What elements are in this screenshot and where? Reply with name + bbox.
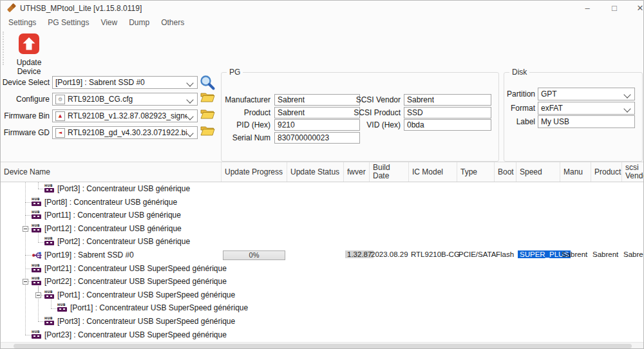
app-window: UTHSB_MPtool_Lite [v1.15.8.0119] – □ ✕ S… <box>0 0 644 349</box>
input-value: 9210 <box>278 120 295 129</box>
hub-icon-bar <box>32 228 41 232</box>
tree-item-label: [Port1] : Concentrateur USB SuperSpeed g… <box>70 303 248 312</box>
cell-fwver: 1.32.87 <box>345 250 374 258</box>
update-device-icon <box>18 48 40 57</box>
hub-icon-text: HUB <box>44 317 55 320</box>
combo-firmware-gd[interactable]: ◄RTL9210B_gd_v4.30.23.071922.bin <box>52 126 198 139</box>
maximize-button[interactable]: □ <box>605 1 624 16</box>
tree-row[interactable]: HUB[Port11] : Concentrateur USB génériqu… <box>1 209 644 222</box>
chevron-down-icon <box>186 129 193 137</box>
tree-row[interactable]: HUB[Port23] : Concentrateur USB SuperSpe… <box>1 328 644 342</box>
hub-icon-bar <box>32 214 41 219</box>
scrollbar-thumb[interactable] <box>14 344 632 348</box>
close-button[interactable]: ✕ <box>630 1 644 16</box>
menu-item-dump[interactable]: Dump <box>123 18 155 27</box>
combo-value: RTL9210B_CG.cfg <box>68 95 133 104</box>
tree-row[interactable]: HUB[Port3] : Concentrateur USB générique <box>1 182 644 196</box>
column-header-speed[interactable]: Speed <box>516 162 560 182</box>
column-header-manu[interactable]: Manu <box>560 162 591 182</box>
hub-icon-bar <box>32 202 41 206</box>
hub-icon-bar <box>44 241 54 245</box>
column-header-product[interactable]: Product <box>591 162 622 182</box>
pg-label-0: Manufacturer <box>222 95 270 104</box>
menu-item-others[interactable]: Others <box>155 18 190 27</box>
menu-item-pg-settings[interactable]: PG Settings <box>42 18 95 27</box>
tree-row[interactable]: HUB[Port12] : Concentrateur USB génériqu… <box>1 222 644 236</box>
menu-bar: SettingsPG SettingsViewDumpOthers <box>1 16 644 29</box>
tree-item-label: [Port3] : Concentrateur USB générique <box>57 184 190 193</box>
combo-device-select[interactable]: [Port19] : Sabrent SSD #0 <box>52 76 198 89</box>
tree-row[interactable]: [Port19] : Sabrent SSD #00%1.32.872023.0… <box>1 249 644 262</box>
tree-item-label: [Port1] : Concentrateur USB SuperSpeed g… <box>57 290 235 299</box>
tree-expander-collapse[interactable] <box>35 292 41 298</box>
pg-input-scsi-product[interactable]: SSD <box>404 107 491 118</box>
minimize-button[interactable]: – <box>578 1 597 16</box>
update-device-button[interactable]: Update Device <box>5 33 53 76</box>
cfg-file-icon: ⚙ <box>55 95 65 104</box>
horizontal-scrollbar[interactable] <box>1 342 644 349</box>
cell-manu: Sabrent <box>562 250 587 258</box>
column-header-device-name[interactable]: Device Name <box>1 162 222 182</box>
tree-row[interactable]: HUB[Port1] : Concentrateur USB SuperSpee… <box>1 288 644 302</box>
hub-icon-bar <box>44 321 54 325</box>
disk-partition-combo[interactable]: GPT <box>538 88 635 100</box>
column-header-scsi-vendor[interactable]: scsi Vendor <box>622 162 644 182</box>
open-folder-button[interactable] <box>200 91 215 105</box>
open-folder-button[interactable] <box>200 124 215 138</box>
disk-label-input[interactable]: My USB <box>538 115 635 128</box>
disk-group-title: Disk <box>509 68 529 77</box>
bin-file-icon: ▲ <box>55 111 65 121</box>
combo-configure[interactable]: ⚙RTL9210B_CG.cfg <box>52 93 198 106</box>
input-value: Sabrent <box>407 95 434 104</box>
pg-input-serial-num[interactable]: 830700000023 <box>274 132 360 144</box>
menu-item-settings[interactable]: Settings <box>3 18 42 27</box>
tree-expander-collapse[interactable] <box>23 279 28 285</box>
tree-row[interactable]: HUB[Port21] : Concentrateur USB SuperSpe… <box>1 262 644 276</box>
pg-input-manufacturer[interactable]: Sabrent <box>274 94 360 106</box>
form-label-1: Configure <box>1 95 50 104</box>
pg-label-r-1: SCSI Product <box>349 108 401 117</box>
pg-input-vid-hex-[interactable]: 0bda <box>404 119 491 131</box>
hub-icon-bar <box>32 334 41 339</box>
hub-icon-text: HUB <box>57 303 68 307</box>
cell-build-date: 2023.08.29 <box>371 250 408 258</box>
menu-item-view[interactable]: View <box>95 18 123 27</box>
pg-label-r-2: VID (Hex) <box>349 120 401 129</box>
usb-hub-icon: HUB <box>32 277 42 286</box>
form-label-3: Firmware GD <box>1 128 50 137</box>
disk-format-combo[interactable]: exFAT <box>538 102 635 115</box>
tree-connector-line <box>38 321 44 322</box>
column-header-boot[interactable]: Boot <box>495 162 516 182</box>
column-header-update-progress[interactable]: Update Progress <box>222 162 287 182</box>
pg-input-pid-hex-[interactable]: 9210 <box>274 119 360 131</box>
tree-row[interactable]: HUB[Port2] : Concentrateur USB générique <box>1 235 644 249</box>
tree-row[interactable]: HUB[Port1] : Concentrateur USB SuperSpee… <box>1 301 644 315</box>
tree-row[interactable]: HUB[Port3] : Concentrateur USB SuperSpee… <box>1 315 644 328</box>
tree-row[interactable]: HUB[Port8] : Concentrateur USB générique <box>1 196 644 209</box>
hub-icon-text: HUB <box>32 198 42 201</box>
pg-label-3: Serial Num <box>222 133 270 142</box>
tree-row[interactable]: HUB[Port22] : Concentrateur USB SuperSpe… <box>1 275 644 288</box>
tree-expander-collapse[interactable] <box>23 226 28 232</box>
tree-connector-line <box>38 242 44 243</box>
pg-groupbox: PG ManufacturerSabrentProductSabrentPID … <box>221 72 499 162</box>
column-header-build-date[interactable]: Build Date <box>370 162 409 182</box>
disk-label-2: Label <box>504 117 535 126</box>
column-header-ic-model[interactable]: IC Model <box>409 162 457 182</box>
tree-connector-line <box>25 255 32 256</box>
usb-hub-icon: HUB <box>57 303 68 312</box>
column-header-type[interactable]: Type <box>457 162 495 182</box>
chevron-down-icon <box>623 91 630 98</box>
search-icon[interactable] <box>199 74 216 93</box>
column-header-update-status[interactable]: Update Status <box>287 162 344 182</box>
pg-input-product[interactable]: Sabrent <box>274 107 360 118</box>
input-value: SSD <box>407 108 423 117</box>
cell-boot: Flash <box>496 250 514 258</box>
hub-icon-text: HUB <box>32 211 42 214</box>
open-folder-button[interactable] <box>200 108 215 122</box>
cell-ic-model: RTL9210B-CG <box>411 250 460 258</box>
usb-hub-icon: HUB <box>32 330 42 339</box>
column-header-fwver[interactable]: fwver <box>344 162 370 182</box>
combo-firmware-bin[interactable]: ▲RTL9210B_v1.32.87.082923_signed.bin <box>52 109 198 122</box>
pg-input-scsi-vendor[interactable]: Sabrent <box>404 94 491 106</box>
